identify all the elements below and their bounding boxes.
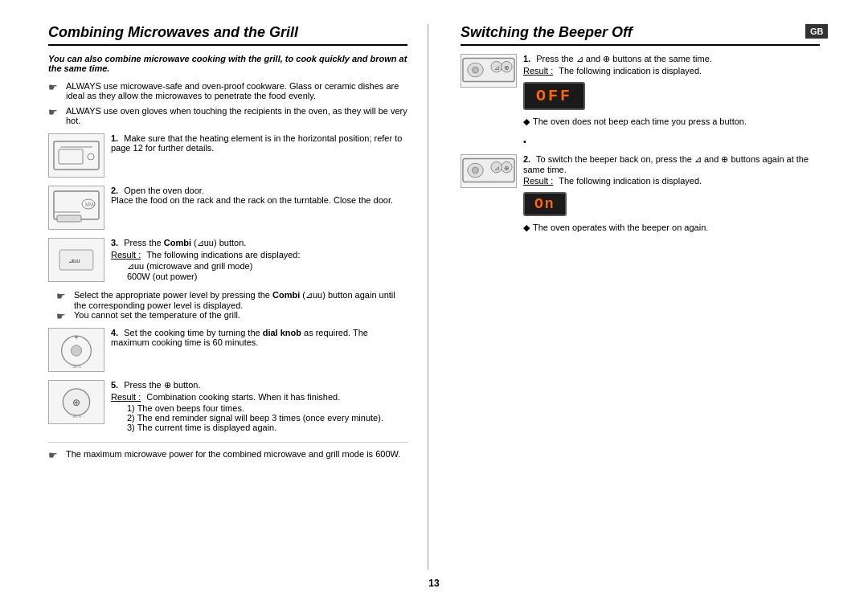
step-5-result: Result : Combination cooking starts. Whe…	[111, 392, 407, 402]
step-5-image: ⊕ · 30 s ·	[48, 380, 104, 424]
cannot-note: ☛ You cannot set the temperature of the …	[56, 310, 407, 322]
svg-text:· 30 s ·: · 30 s ·	[70, 414, 84, 419]
bottom-note: ☛ The maximum microwave power for the co…	[48, 442, 407, 461]
svg-point-27	[473, 167, 479, 174]
step-2-content: 2. Open the oven door. Place the food on…	[111, 186, 407, 205]
step-3-content: 3. Press the Combi (⊿uu) button. Result …	[111, 238, 407, 281]
step-5-row: ⊕ · 30 s · 5. Press the ⊕ button. Result…	[48, 380, 407, 432]
step-3-result: Result : The following indications are d…	[111, 250, 407, 260]
step-1-num: 1.	[111, 133, 118, 143]
cannot-icon: ☛	[56, 310, 69, 322]
svg-text:⊕: ⊕	[504, 165, 510, 172]
svg-rect-0	[54, 141, 99, 170]
svg-rect-6	[57, 215, 81, 222]
note-2: ☛ ALWAYS use oven gloves when touching t…	[48, 106, 407, 125]
right-step-1-note: ◆ The oven does not beep each time you p…	[523, 116, 820, 127]
display-box-on: On	[523, 192, 567, 216]
right-step-2-result-text: The following indication is displayed.	[556, 176, 702, 186]
note-text-1: ALWAYS use microwave-safe and oven-proof…	[66, 81, 407, 100]
step-3-result-label: Result :	[111, 250, 141, 260]
svg-text:⊿: ⊿	[494, 64, 500, 72]
step-1-row: 1. Make sure that the heating element is…	[48, 133, 407, 178]
left-title: Combining Microwaves and the Grill	[48, 24, 407, 46]
step-4-num: 4.	[111, 328, 118, 337]
step-2-extra: Place the food on the rack and the rack …	[111, 195, 407, 205]
page: Combining Microwaves and the Grill You c…	[0, 0, 868, 613]
right-step-2: ⊿ ⊕ 2. To switch the beeper back on, pre…	[461, 154, 820, 233]
diamond-2: ◆	[523, 223, 530, 233]
svg-point-14	[75, 336, 77, 338]
step-4-text: Set the cooking time by turning the dial…	[111, 328, 368, 347]
right-section: GB Switching the Beeper Off ⊿ ⊕	[452, 24, 820, 570]
step-2-text: Open the oven door.	[124, 186, 204, 195]
right-bullet: •	[523, 137, 820, 146]
step-5-text: Press the ⊕ button.	[124, 380, 200, 390]
right-step-1-num: 1.	[523, 54, 530, 63]
svg-point-20	[473, 67, 479, 73]
step-4-row: · 30 s · 4. Set the cooking time by turn…	[48, 328, 407, 372]
step-3-sub: ⊿uu (microwave and grill mode)600W (out …	[127, 261, 407, 281]
right-step-2-content: 2. To switch the beeper back on, press t…	[523, 154, 820, 233]
step-4-image: · 30 s ·	[48, 328, 104, 372]
svg-point-12	[71, 345, 81, 355]
step-2-image: MW	[48, 186, 104, 230]
gb-badge: GB	[805, 24, 828, 39]
step-5-result-label: Result :	[111, 392, 141, 402]
left-subtitle: You can also combine microwave cooking w…	[48, 54, 407, 73]
right-step-1-note-text: The oven does not beep each time you pre…	[533, 116, 747, 126]
note-1: ☛ ALWAYS use microwave-safe and oven-pro…	[48, 81, 407, 100]
diamond-1: ◆	[523, 116, 530, 127]
svg-point-3	[88, 153, 94, 160]
right-step-1-content: 1. Press the ⊿ and ⊕ buttons at the same…	[523, 54, 820, 127]
svg-text:⊕: ⊕	[504, 64, 510, 72]
step-2-row: MW 2. Open the oven door. Place the food…	[48, 186, 407, 230]
step-1-text: Make sure that the heating element is in…	[111, 133, 402, 153]
svg-text:⊕: ⊕	[72, 397, 80, 407]
right-step-1: ⊿ ⊕ 1. Press the ⊿ and ⊕ buttons at the …	[461, 54, 820, 127]
step-5-sub: 1) The oven beeps four times. 2) The end…	[127, 403, 407, 432]
right-display-1: OFF	[523, 79, 820, 113]
note-icon-1: ☛	[48, 81, 61, 93]
right-step-1-image: ⊿ ⊕	[461, 54, 517, 88]
right-step-1-result-label: Result :	[523, 66, 553, 76]
step-2-num: 2.	[111, 186, 118, 195]
note-icon-2: ☛	[48, 106, 61, 118]
svg-text:⊿: ⊿	[494, 165, 500, 172]
right-step-1-result: Result : The following indication is dis…	[523, 66, 820, 76]
step-5-num: 5.	[111, 380, 118, 390]
step-1-image	[48, 133, 104, 178]
step-3-text: Press the Combi (⊿uu) button.	[124, 238, 246, 247]
bottom-note-icon: ☛	[48, 449, 61, 461]
right-step-2-result: Result : The following indication is dis…	[523, 176, 820, 186]
svg-text:MW: MW	[85, 202, 96, 207]
sub-note-icon: ☛	[56, 290, 69, 302]
right-display-2: On	[523, 189, 820, 219]
step-3-result-text: The following indications are displayed:	[144, 250, 300, 260]
display-box-off: OFF	[523, 82, 585, 110]
right-step-2-result-label: Result :	[523, 176, 553, 186]
step-3-row: ⊿uu 3. Press the Combi (⊿uu) button. Res…	[48, 238, 407, 282]
right-step-2-num: 2.	[523, 154, 530, 164]
right-step-2-image: ⊿ ⊕	[461, 154, 517, 188]
right-step-2-note-text: The oven operates with the beeper on aga…	[533, 223, 708, 232]
sub-note-combi: ☛ Select the appropriate power level by …	[56, 290, 407, 310]
left-section: Combining Microwaves and the Grill You c…	[48, 24, 428, 570]
right-step-2-text: To switch the beeper back on, press the …	[523, 154, 809, 174]
right-step-1-text: Press the ⊿ and ⊕ buttons at the same ti…	[536, 54, 712, 63]
svg-rect-2	[59, 149, 83, 164]
step-3-num: 3.	[111, 238, 118, 247]
right-step-1-result-text: The following indication is displayed.	[556, 66, 702, 76]
step-5-content: 5. Press the ⊕ button. Result : Combinat…	[111, 380, 407, 432]
right-title: Switching the Beeper Off	[461, 24, 820, 46]
step-4-content: 4. Set the cooking time by turning the d…	[111, 328, 407, 347]
right-step-2-note: ◆ The oven operates with the beeper on a…	[523, 223, 820, 233]
svg-text:⊿uu: ⊿uu	[68, 257, 80, 264]
step-3-image: ⊿uu	[48, 238, 104, 282]
step-5-result-text: Combination cooking starts. When it has …	[144, 392, 340, 402]
svg-text:· 30 s ·: · 30 s ·	[70, 364, 84, 369]
bottom-note-text: The maximum microwave power for the comb…	[66, 449, 400, 459]
note-text-2: ALWAYS use oven gloves when touching the…	[66, 106, 407, 125]
sub-note-text: Select the appropriate power level by pr…	[74, 290, 407, 310]
steps-area: 1. Make sure that the heating element is…	[48, 133, 407, 432]
page-number: 13	[48, 578, 820, 589]
